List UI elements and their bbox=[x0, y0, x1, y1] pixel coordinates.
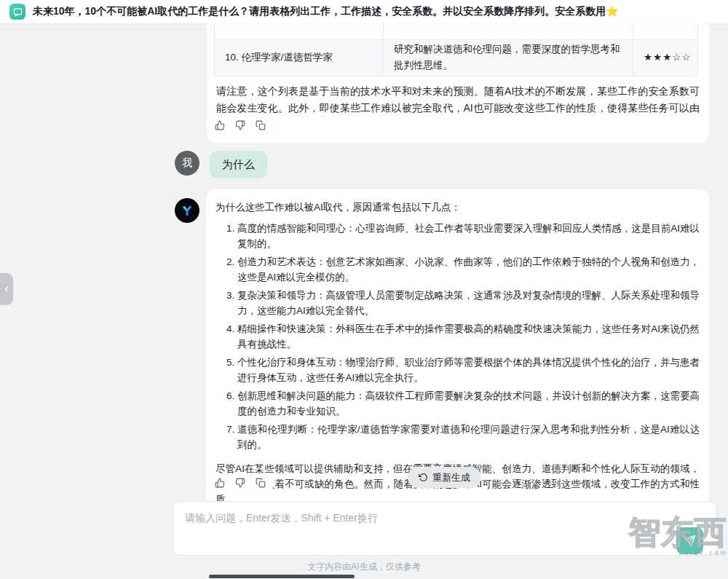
description-cell: 研究和解决道德和伦理问题，需要深度的哲学思考和批判性思维。 bbox=[384, 39, 633, 76]
chevron-left-icon bbox=[2, 285, 11, 294]
thumbs-down-button[interactable] bbox=[232, 475, 248, 491]
question-title: 未来10年，10个不可能被AI取代的工作是什么？请用表格列出工作，工作描述，安全… bbox=[33, 5, 619, 18]
table-row: 10. 伦理学家/道德哲学家 研究和解决道德和伦理问题，需要深度的哲学思考和批判… bbox=[215, 39, 698, 76]
copy-button[interactable] bbox=[253, 475, 269, 491]
message-input-box bbox=[173, 501, 717, 556]
table-note: 请注意，这个列表是基于当前的技术水平和对未来的预测。随着AI技术的不断发展，某些… bbox=[216, 83, 700, 133]
ai-message-table: 10. 伦理学家/道德哲学家 研究和解决道德和伦理问题，需要深度的哲学思考和批判… bbox=[207, 23, 709, 143]
message-actions bbox=[206, 116, 274, 135]
answer-point: 创新思维和解决问题的能力：高级软件工程师需要解决复杂的技术问题，并设计创新的解决… bbox=[237, 388, 700, 419]
thumbs-up-button[interactable] bbox=[212, 117, 228, 133]
thumbs-down-icon bbox=[235, 478, 245, 488]
table-row-partial bbox=[215, 23, 698, 39]
user-message-bubble: 为什么 bbox=[210, 151, 267, 178]
message-actions bbox=[206, 473, 274, 492]
job-cell: 10. 伦理学家/道德哲学家 bbox=[215, 39, 384, 76]
copy-icon bbox=[256, 120, 266, 130]
answer-point: 高度的情感智能和同理心：心理咨询师、社会工作者等职业需要深入理解和回应人类情感，… bbox=[237, 221, 700, 251]
paper-plane-icon bbox=[684, 535, 696, 547]
refresh-icon bbox=[419, 473, 428, 482]
answer-point: 创造力和艺术表达：创意艺术家如画家、小说家、作曲家等，他们的工作依赖于独特的个人… bbox=[237, 254, 700, 285]
answer-points-list: 高度的情感智能和同理心：心理咨询师、社会工作者等职业需要深入理解和回应人类情感，… bbox=[215, 221, 700, 452]
regenerate-button[interactable]: 重新生成 bbox=[408, 467, 481, 488]
ai-disclaimer: 文字内容由AI生成，仅供参考 bbox=[0, 561, 728, 573]
answer-intro: 为什么这些工作难以被AI取代，原因通常包括以下几点： bbox=[215, 200, 700, 215]
user-avatar: 我 bbox=[175, 151, 199, 176]
answer-point: 复杂决策和领导力：高级管理人员需要制定战略决策，这通常涉及对复杂情境的理解、人际… bbox=[237, 288, 700, 318]
thumbs-up-icon bbox=[215, 478, 225, 488]
thumbs-up-button[interactable] bbox=[212, 475, 228, 491]
copy-icon bbox=[256, 478, 266, 488]
rating-cell: ★★★☆☆ bbox=[633, 39, 698, 76]
thumbs-down-icon bbox=[235, 120, 245, 130]
question-header: 未来10年，10个不可能被AI取代的工作是什么？请用表格列出工作，工作描述，安全… bbox=[0, 0, 728, 23]
thumbs-up-icon bbox=[215, 120, 225, 130]
chat-app: 未来10年，10个不可能被AI取代的工作是什么？请用表格列出工作，工作描述，安全… bbox=[0, 0, 728, 579]
send-button[interactable] bbox=[676, 527, 703, 554]
jobs-table: 10. 伦理学家/道德哲学家 研究和解决道德和伦理问题，需要深度的哲学思考和批判… bbox=[214, 23, 698, 76]
answer-point: 精细操作和快速决策：外科医生在手术中的操作需要极高的精确度和快速决策能力，这些任… bbox=[237, 321, 700, 352]
y-logo-icon bbox=[179, 202, 195, 218]
thumbs-down-button[interactable] bbox=[232, 117, 248, 133]
regenerate-label: 重新生成 bbox=[432, 471, 470, 484]
message-input[interactable] bbox=[173, 502, 716, 555]
copy-button[interactable] bbox=[253, 117, 269, 133]
sidebar-collapse-button[interactable] bbox=[0, 273, 13, 305]
ai-avatar bbox=[175, 198, 199, 223]
horizontal-scrollbar-thumb[interactable] bbox=[209, 575, 355, 578]
answer-point: 个性化治疗和身体互动：物理治疗师、职业治疗师等需要根据个体的具体情况提供个性化的… bbox=[237, 355, 700, 385]
answer-point: 道德和伦理判断：伦理学家/道德哲学家需要对道德和伦理问题进行深入思考和批判性分析… bbox=[237, 422, 700, 452]
chat-window-icon bbox=[9, 4, 25, 20]
